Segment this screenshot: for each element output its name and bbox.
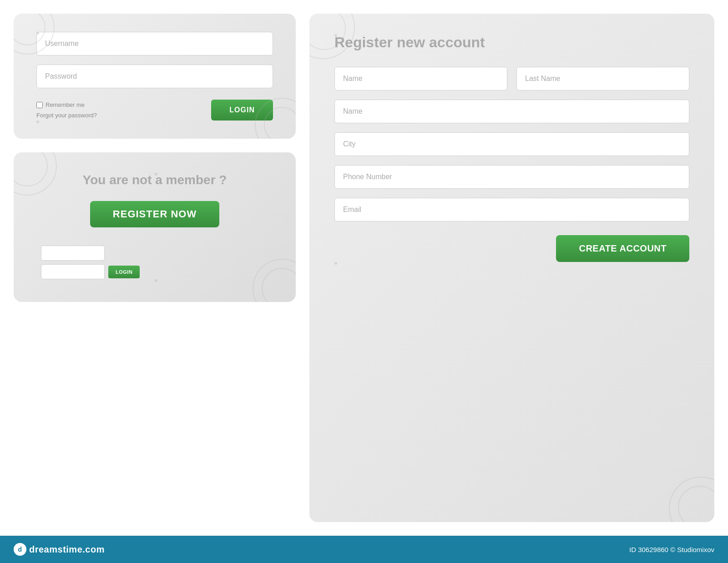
mini-login-form: LOGIN (41, 246, 278, 279)
login-button[interactable]: LOGIN (211, 100, 273, 121)
dreamstime-brand: d dreamstime.com (14, 543, 105, 556)
mini-username-input[interactable] (41, 246, 105, 261)
not-member-title: You are not a member ? (32, 173, 278, 187)
dreamstime-icon: d (14, 543, 26, 556)
mini-login-button[interactable]: LOGIN (108, 266, 140, 278)
name-row (334, 67, 689, 90)
email-input[interactable] (334, 198, 689, 221)
register-panel: Register new account Create Account (309, 14, 714, 522)
password-input[interactable] (36, 65, 273, 88)
forgot-password-link[interactable]: Forgot your password? (36, 112, 97, 119)
dreamstime-name: dreamstime.com (29, 544, 105, 555)
left-extras: Remember me Forgot your password? (36, 101, 97, 119)
username-input[interactable] (36, 32, 273, 55)
footer: d dreamstime.com ID 30629860 © Studiomix… (0, 536, 728, 563)
login-extras: Remember me Forgot your password? LOGIN (36, 100, 273, 121)
remember-me-checkbox[interactable] (36, 102, 43, 108)
create-account-button[interactable]: Create Account (556, 235, 689, 262)
create-account-row: Create Account (334, 235, 689, 262)
login-panel: Remember me Forgot your password? LOGIN (14, 14, 296, 139)
remember-me-label[interactable]: Remember me (36, 101, 97, 108)
full-name-input[interactable] (334, 100, 689, 123)
register-now-button[interactable]: Register now (90, 201, 219, 227)
last-name-input[interactable] (516, 67, 689, 90)
city-input[interactable] (334, 132, 689, 156)
register-title: Register new account (334, 34, 689, 51)
not-member-panel: You are not a member ? Register now LOGI… (14, 152, 296, 302)
phone-input[interactable] (334, 165, 689, 189)
first-name-input[interactable] (334, 67, 507, 90)
footer-info: ID 30629860 © Studiomixov (629, 546, 714, 553)
mini-login-row: LOGIN (41, 264, 140, 279)
mini-password-input[interactable] (41, 264, 105, 279)
